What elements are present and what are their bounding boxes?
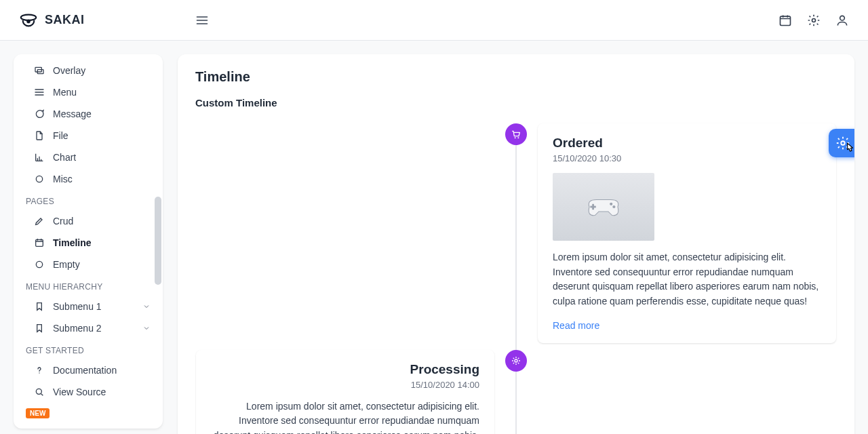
svg-point-7: [36, 176, 42, 182]
chevron-down-icon: [142, 302, 151, 311]
timeline-card-ordered: Ordered 15/10/2020 10:30 Lorem ipsum dol…: [538, 123, 836, 343]
timeline-event-title: Ordered: [553, 136, 821, 151]
timeline-event-body: Lorem ipsum dolor sit amet, consectetur …: [211, 399, 479, 434]
sidebar-item-label: Chart: [53, 152, 76, 163]
sidebar-item-submenu-1[interactable]: Submenu 1: [14, 296, 163, 317]
scrollbar-thumb[interactable]: [155, 197, 161, 285]
sidebar-item-label: Empty: [53, 259, 80, 270]
page-subtitle: Custom Timeline: [195, 97, 837, 108]
hamburger-icon: [195, 14, 209, 27]
gamepad-icon: [580, 192, 627, 222]
chevron-down-icon: [142, 324, 151, 332]
sidebar-item-message[interactable]: Message: [14, 103, 163, 125]
circle-icon: [34, 259, 45, 270]
menu-toggle-button[interactable]: [195, 14, 209, 27]
new-badge: NEW: [26, 408, 50, 418]
sidebar-item-label: View Source: [53, 387, 106, 397]
svg-point-1: [26, 19, 31, 23]
sidebar-section-start: GET STARTED: [14, 339, 163, 359]
message-icon: [34, 108, 45, 119]
sidebar-item-overlay[interactable]: Overlay: [14, 60, 163, 81]
cart-icon: [511, 129, 521, 140]
svg-rect-2: [781, 16, 791, 25]
sidebar-item-label: Crud: [53, 216, 73, 226]
overlay-icon: [34, 65, 45, 76]
svg-point-14: [612, 205, 615, 208]
sidebar-item-file[interactable]: File: [14, 125, 163, 146]
bookmark-icon: [34, 323, 45, 334]
timeline-card-processing: Processing 15/10/2020 14:00 Lorem ipsum …: [196, 350, 494, 434]
timeline: Ordered 15/10/2020 10:30 Lorem ipsum dol…: [195, 123, 837, 434]
sidebar-item-misc[interactable]: Misc: [14, 168, 163, 190]
timeline-marker-cart: [505, 123, 527, 145]
svg-point-11: [515, 137, 516, 138]
sidebar: Overlay Menu Message File Chart Misc: [14, 54, 163, 429]
sidebar-item-view-source[interactable]: View Source: [14, 381, 163, 403]
timeline-event-date: 15/10/2020 10:30: [553, 153, 821, 163]
sidebar-item-timeline[interactable]: Timeline: [14, 232, 163, 254]
svg-rect-16: [590, 206, 595, 208]
brand-icon: [19, 11, 38, 30]
brand-logo[interactable]: SAKAI: [19, 11, 85, 30]
timeline-event-body: Lorem ipsum dolor sit amet, consectetur …: [553, 250, 821, 309]
page-title: Timeline: [195, 69, 837, 85]
svg-point-17: [515, 359, 517, 362]
sidebar-item-label: Misc: [53, 174, 73, 184]
svg-point-4: [840, 16, 845, 20]
sidebar-item-crud[interactable]: Crud: [14, 210, 163, 232]
bookmark-icon: [34, 301, 45, 312]
timeline-row: Ordered 15/10/2020 10:30 Lorem ipsum dol…: [195, 123, 837, 343]
timeline-event-title: Processing: [211, 362, 479, 377]
sidebar-item-label: Submenu 1: [53, 301, 102, 312]
timeline-event-date: 15/10/2020 14:00: [211, 380, 479, 390]
svg-point-12: [517, 137, 519, 138]
pencil-icon: [34, 216, 45, 226]
sidebar-item-label: Timeline: [53, 237, 92, 248]
svg-rect-8: [36, 239, 43, 246]
circle-icon: [34, 174, 45, 184]
timeline-row: Processing 15/10/2020 14:00 Lorem ipsum …: [195, 350, 837, 434]
question-icon: [34, 365, 45, 376]
user-icon[interactable]: [835, 14, 849, 27]
main-content: Timeline Custom Timeline Ordered 15/10/2…: [178, 54, 854, 434]
chart-icon: [34, 152, 45, 163]
sidebar-scrollbar[interactable]: [153, 54, 163, 429]
menu-icon: [34, 87, 45, 98]
sidebar-section-pages: PAGES: [14, 190, 163, 210]
search-icon: [34, 387, 45, 397]
topbar: SAKAI: [0, 0, 868, 41]
sidebar-item-menu[interactable]: Menu: [14, 81, 163, 103]
sidebar-item-chart[interactable]: Chart: [14, 146, 163, 168]
sidebar-item-label: Submenu 2: [53, 323, 102, 334]
gear-icon[interactable]: [807, 14, 821, 27]
svg-point-3: [812, 18, 816, 22]
file-icon: [34, 130, 45, 141]
sidebar-section-menu: MENU HIERARCHY: [14, 275, 163, 296]
brand-name: SAKAI: [45, 13, 85, 27]
svg-point-9: [36, 261, 42, 267]
topbar-actions: [778, 14, 849, 27]
calendar-icon: [34, 237, 45, 248]
sidebar-item-label: File: [53, 130, 68, 141]
cursor-pointer-icon: [842, 141, 854, 156]
sidebar-item-label: Overlay: [53, 65, 85, 76]
svg-point-13: [610, 203, 612, 205]
read-more-link[interactable]: Read more: [553, 320, 599, 331]
timeline-event-image: [553, 173, 654, 241]
sidebar-item-empty[interactable]: Empty: [14, 254, 163, 275]
sidebar-item-submenu-2[interactable]: Submenu 2: [14, 317, 163, 339]
svg-point-10: [36, 389, 41, 394]
sidebar-item-label: Menu: [53, 87, 77, 98]
sidebar-item-label: Message: [53, 108, 92, 119]
calendar-icon[interactable]: [778, 14, 792, 27]
cog-icon: [511, 355, 521, 366]
sidebar-item-label: Documentation: [53, 365, 117, 376]
sidebar-item-documentation[interactable]: Documentation: [14, 359, 163, 381]
timeline-marker-cog: [505, 350, 527, 372]
